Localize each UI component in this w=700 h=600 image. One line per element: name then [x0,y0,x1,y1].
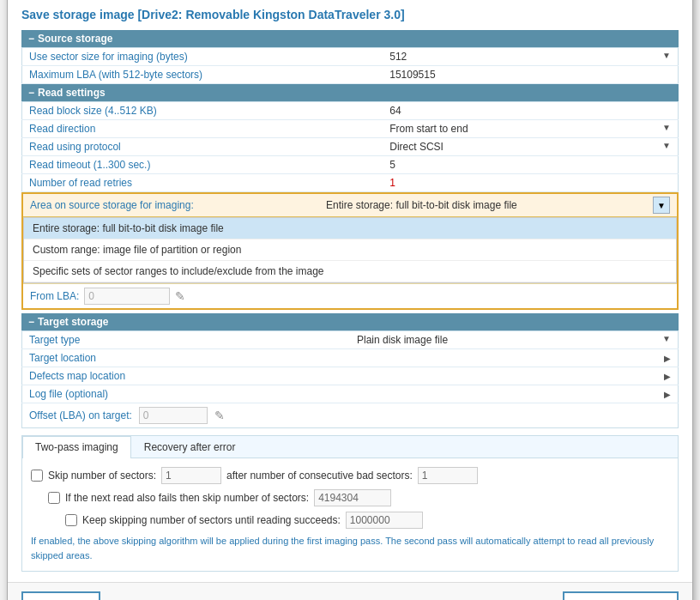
log-file-label: Log file (optional) [22,385,351,403]
edit-icon[interactable]: ✎ [175,289,185,303]
read-protocol-value: Direct SCSI ▼ [383,138,678,156]
arrow-right-icon2[interactable]: ▶ [664,372,671,381]
read-settings-header: − Read settings [21,84,679,101]
area-value: Entire storage: full bit-to-bit disk ima… [326,199,517,211]
read-settings-table: Read block size (4..512 KB) 64 Read dire… [21,101,679,192]
target-location-value: ▶ [350,349,679,367]
block-size-value: 64 [383,102,678,120]
cancel-button[interactable]: Cancel [21,591,100,600]
section-minus-icon: − [28,33,34,45]
area-dropdown-button[interactable]: ▼ [653,197,670,214]
arrow-right-icon3[interactable]: ▶ [664,390,671,399]
skip-sectors-input[interactable] [161,467,221,484]
table-row: Target location ▶ [22,349,679,367]
tab-content-two-pass: Skip number of sectors: after number of … [22,458,678,571]
tab-recovery[interactable]: Recovery after error [131,436,249,458]
skip-sectors-checkbox[interactable] [31,470,43,482]
dropdown-option-2[interactable]: Specific sets of sector ranges to includ… [24,261,676,282]
table-row: Use sector size for imaging (bytes) 512 … [22,48,679,66]
after-label: after number of consecutive bad sectors: [226,470,413,482]
table-row: Read block size (4..512 KB) 64 [22,102,679,120]
keep-skipping-label: Keep skipping number of sectors until re… [82,514,341,526]
read-direction-value: From start to end ▼ [383,120,678,138]
offset-edit-icon[interactable]: ✎ [214,409,225,422]
keep-skipping-checkbox[interactable] [65,514,77,526]
log-file-value: ▶ [350,385,679,403]
dropdown-arrow-icon[interactable]: ▼ [662,51,671,60]
table-row: Defects map location ▶ [22,367,679,385]
next-read-checkbox[interactable] [48,492,60,504]
keep-skipping-input[interactable] [346,512,423,529]
page-title: Save storage image [Drive2: Removable Ki… [21,8,679,21]
next-read-row: If the next read also fails then skip nu… [48,489,669,506]
area-dropdown-container: Area on source storage for imaging: Enti… [21,192,679,310]
table-row: Target type Plain disk image file ▼ [22,331,679,349]
info-text: If enabled, the above skipping algorithm… [31,534,669,562]
read-direction-label: Read direction [22,120,383,138]
after-value-input[interactable] [418,467,478,484]
read-protocol-label: Read using protocol [22,138,383,156]
section-minus-icon2: − [28,87,34,99]
block-size-label: Read block size (4..512 KB) [22,102,383,120]
area-label: Area on source storage for imaging: [30,199,194,211]
defects-map-label: Defects map location [22,367,351,385]
table-row: Maximum LBA (with 512-byte sectors) 1510… [22,66,679,84]
next-read-label: If the next read also fails then skip nu… [65,492,309,504]
dropdown-option-1[interactable]: Custom range: image file of partition or… [24,239,676,261]
from-lba-input[interactable] [84,288,170,305]
offset-label: Offset (LBA) on target: [29,409,132,421]
target-type-label: Target type [22,331,351,349]
skip-sectors-label: Skip number of sectors: [48,470,156,482]
target-type-value: Plain disk image file ▼ [350,331,679,349]
from-lba-label: From LBA: [30,290,79,302]
table-row: Read using protocol Direct SCSI ▼ [22,138,679,156]
dropdown-arrow-icon3[interactable]: ▼ [662,141,671,150]
source-storage-header: − Source storage [21,30,679,47]
max-lba-value: 15109515 [383,66,678,84]
target-section: − Target storage Target type Plain disk … [21,313,679,428]
target-storage-table: Target type Plain disk image file ▼ Targ… [21,330,679,403]
dropdown-option-0[interactable]: Entire storage: full bit-to-bit disk ima… [24,218,676,239]
read-retries-value: 1 [383,174,678,192]
sector-size-value: 512 ▼ [383,48,678,66]
read-timeout-label: Read timeout (1..300 sec.) [22,156,383,174]
source-storage-table: Use sector size for imaging (bytes) 512 … [21,47,679,84]
offset-input[interactable] [139,407,208,424]
start-imaging-button[interactable]: Start imaging [563,591,679,600]
footer: Cancel Start imaging [8,582,692,600]
area-dropdown-menu: Entire storage: full bit-to-bit disk ima… [23,217,677,283]
read-timeout-value: 5 [383,156,678,174]
target-location-label: Target location [22,349,351,367]
table-row: Read timeout (1..300 sec.) 5 [22,156,679,174]
target-storage-header: − Target storage [21,313,679,330]
tabs-container: Two-pass imaging Recovery after error Sk… [21,435,679,572]
main-window: Storage image × Save storage image [Driv… [7,0,693,600]
skip-sectors-row: Skip number of sectors: after number of … [31,467,669,484]
tabs-header: Two-pass imaging Recovery after error [22,436,678,458]
table-row: Log file (optional) ▶ [22,385,679,403]
next-read-input[interactable] [314,489,391,506]
arrow-right-icon[interactable]: ▶ [664,354,671,363]
section-minus-icon3: − [28,316,34,328]
read-retries-label: Number of read retries [22,174,383,192]
tab-two-pass[interactable]: Two-pass imaging [22,436,131,458]
keep-skipping-row: Keep skipping number of sectors until re… [65,512,669,529]
max-lba-label: Maximum LBA (with 512-byte sectors) [22,66,383,84]
dropdown-arrow-icon4[interactable]: ▼ [662,334,671,343]
table-row: Number of read retries 1 [22,174,679,192]
area-dropdown-header: Area on source storage for imaging: Enti… [23,194,677,217]
sector-size-label: Use sector size for imaging (bytes) [22,48,383,66]
from-lba-row: From LBA: ✎ [23,283,677,308]
dropdown-arrow-icon2[interactable]: ▼ [662,123,671,132]
main-content: Save storage image [Drive2: Removable Ki… [8,0,692,582]
table-row: Read direction From start to end ▼ [22,120,679,138]
defects-map-value: ▶ [350,367,679,385]
offset-row: Offset (LBA) on target: ✎ [21,403,679,428]
